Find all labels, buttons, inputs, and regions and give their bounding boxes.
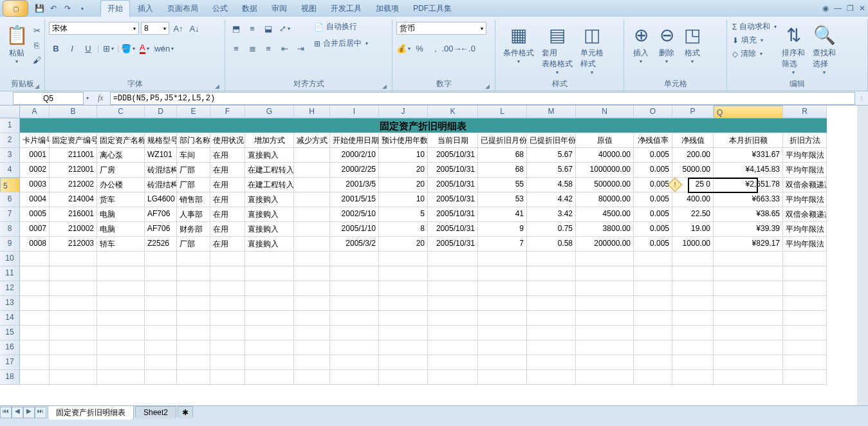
cell[interactable]	[97, 340, 145, 355]
row-header-5[interactable]: 5	[0, 178, 20, 192]
cell[interactable]: 折旧方法	[783, 133, 827, 148]
cell[interactable]: 216001	[50, 207, 97, 222]
cell[interactable]	[527, 281, 576, 296]
comma-icon[interactable]: ,	[429, 41, 443, 55]
cell[interactable]	[294, 311, 330, 326]
cell[interactable]	[177, 311, 210, 326]
cell[interactable]: 平均年限法	[783, 163, 827, 178]
col-header-C[interactable]: C	[97, 106, 145, 118]
cell[interactable]	[428, 252, 478, 266]
redo-icon[interactable]: ↷	[62, 3, 73, 14]
cell[interactable]: 55	[478, 178, 527, 192]
cell[interactable]: 0001	[20, 148, 50, 163]
increase-font-icon[interactable]: A↑	[171, 21, 185, 35]
cell[interactable]	[379, 252, 428, 266]
cell[interactable]	[714, 370, 783, 385]
cell[interactable]: 19.00	[672, 222, 714, 237]
cell[interactable]	[576, 281, 634, 296]
col-header-D[interactable]: D	[145, 106, 177, 118]
copy-icon[interactable]: ⎘	[30, 38, 44, 52]
cell[interactable]: 原值	[576, 133, 634, 148]
cell[interactable]: 当前日期	[428, 133, 478, 148]
sheet-nav-last-icon[interactable]: ⏭	[35, 407, 46, 418]
cell-styles-button[interactable]: ◫单元格 样式▾	[577, 21, 607, 77]
row-header-12[interactable]: 12	[0, 281, 20, 296]
cell[interactable]: 厂部	[177, 178, 210, 192]
cell[interactable]: 0.58	[527, 237, 576, 252]
cell[interactable]: 开始使用日期	[330, 133, 379, 148]
cell[interactable]	[97, 326, 145, 340]
cell[interactable]	[145, 340, 177, 355]
cell[interactable]	[478, 252, 527, 266]
cell[interactable]: 41	[478, 207, 527, 222]
row-header-10[interactable]: 10	[0, 252, 20, 266]
cell[interactable]: 减少方式	[294, 133, 330, 148]
cell[interactable]: 平均年限法	[783, 237, 827, 252]
cell[interactable]: ¥2,651.78	[714, 178, 783, 192]
cell[interactable]: 0003	[20, 178, 50, 192]
cell[interactable]: 预计使用年数	[379, 133, 428, 148]
border-icon[interactable]: ⊞	[101, 41, 115, 55]
cell[interactable]	[210, 340, 245, 355]
cell[interactable]	[330, 326, 379, 340]
cell[interactable]: 使用状况	[210, 133, 245, 148]
cell[interactable]	[210, 266, 245, 281]
cell[interactable]	[478, 266, 527, 281]
cell[interactable]	[527, 266, 576, 281]
dialog-launcher-icon[interactable]: ◢	[382, 83, 387, 89]
cell[interactable]: 2005/10/31	[428, 207, 478, 222]
increase-decimal-icon[interactable]: .00→	[445, 41, 459, 55]
cell[interactable]: 0008	[20, 237, 50, 252]
cell[interactable]: 400.00	[672, 192, 714, 207]
vertical-scrollbar[interactable]	[857, 106, 868, 405]
cell[interactable]: 规格型号	[145, 133, 177, 148]
cell[interactable]: 1000.00	[672, 237, 714, 252]
number-format-select[interactable]: 货币▾	[396, 22, 486, 35]
cell[interactable]: 5.67	[527, 163, 576, 178]
cell[interactable]	[97, 355, 145, 370]
cell[interactable]: 砖混结构	[145, 178, 177, 192]
cell[interactable]: 20	[379, 163, 428, 178]
conditional-format-button[interactable]: ▦条件格式▾	[499, 21, 538, 66]
cell[interactable]	[672, 326, 714, 340]
cell[interactable]	[428, 340, 478, 355]
cell[interactable]	[50, 296, 97, 311]
cell[interactable]: 平均年限法	[783, 222, 827, 237]
cell[interactable]	[379, 311, 428, 326]
row-header-16[interactable]: 16	[0, 340, 20, 355]
cell[interactable]	[478, 370, 527, 385]
cell[interactable]: 卡片编号	[20, 133, 50, 148]
cell[interactable]	[245, 370, 294, 385]
cell[interactable]	[634, 355, 672, 370]
font-name-select[interactable]: 宋体▾	[49, 22, 139, 35]
cell[interactable]: 电脑	[97, 207, 145, 222]
cell[interactable]	[20, 311, 50, 326]
cell[interactable]	[672, 266, 714, 281]
cell[interactable]: 0.005	[634, 207, 672, 222]
cell[interactable]	[97, 370, 145, 385]
cell[interactable]: 净残值	[672, 133, 714, 148]
cell[interactable]: 211001	[50, 148, 97, 163]
cell[interactable]	[634, 311, 672, 326]
cell[interactable]	[634, 326, 672, 340]
cell[interactable]	[330, 281, 379, 296]
cell[interactable]	[210, 326, 245, 340]
cell[interactable]	[294, 296, 330, 311]
cell[interactable]: AF706	[145, 207, 177, 222]
cell[interactable]	[576, 252, 634, 266]
row-header-18[interactable]: 18	[0, 370, 20, 385]
save-icon[interactable]: 💾	[33, 3, 45, 14]
cell[interactable]: 办公楼	[97, 178, 145, 192]
cell[interactable]	[330, 355, 379, 370]
help-icon[interactable]: ◉	[822, 4, 829, 13]
cell[interactable]: 1000000.00	[576, 163, 634, 178]
clear-button[interactable]: ◇清除	[731, 48, 778, 60]
cell[interactable]: ¥38.65	[714, 207, 783, 222]
merge-cells-button[interactable]: ⊞合并后居中	[313, 37, 369, 50]
cell[interactable]	[330, 266, 379, 281]
cell[interactable]: 2001/5/15	[330, 192, 379, 207]
cell[interactable]	[330, 311, 379, 326]
cell[interactable]	[672, 355, 714, 370]
cell[interactable]	[20, 252, 50, 266]
cell[interactable]	[478, 311, 527, 326]
